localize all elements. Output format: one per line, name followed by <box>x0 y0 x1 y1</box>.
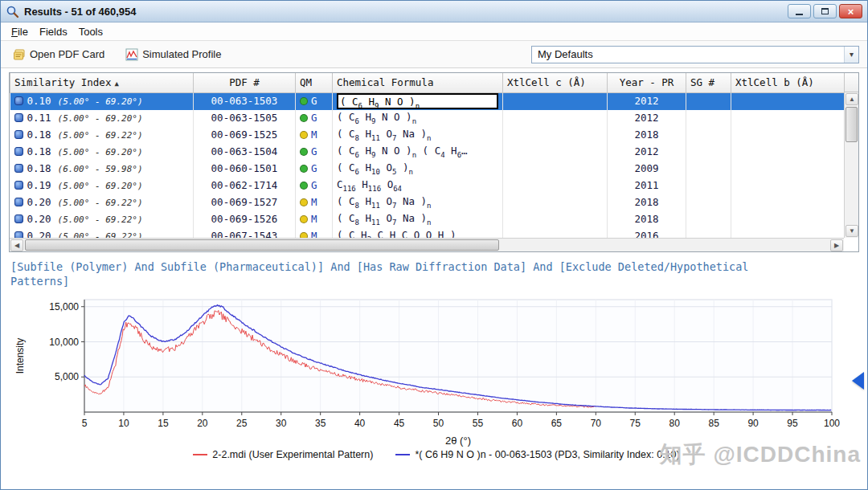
menu-fields[interactable]: Fields <box>34 24 73 39</box>
similarity-cell: 0.10(5.00° - 69.20°) <box>10 92 194 110</box>
formula-cell: ( C6 H9 N O )n <box>333 92 503 110</box>
simulated-profile-button[interactable]: Simulated Profile <box>121 45 225 64</box>
open-pdf-card-button[interactable]: Open PDF Card <box>9 45 108 64</box>
scroll-down-button[interactable]: ▼ <box>845 225 858 237</box>
year-cell: 2012 <box>608 144 686 161</box>
pattern-record-icon <box>14 231 23 239</box>
pdf-number-cell: 00-063-1505 <box>194 110 296 127</box>
header-sg-number[interactable]: SG # <box>686 73 731 92</box>
pdf-number-cell: 00-069-1525 <box>194 127 296 144</box>
pdf-number-cell: 00-062-1714 <box>194 178 296 194</box>
xtlcell-c-cell <box>503 161 608 178</box>
formula-cell: ( C8 H11 O7 Na )n <box>333 194 503 211</box>
formula-cell: C116 H116 O64 <box>333 178 503 194</box>
xtlcell-c-cell <box>503 144 608 161</box>
scroll-right-button[interactable]: ▶ <box>830 239 843 251</box>
xtlcell-c-cell <box>503 194 608 211</box>
qm-status-dot-icon <box>300 232 308 238</box>
qm-status-dot-icon <box>300 198 308 206</box>
qm-status-dot-icon <box>300 97 308 105</box>
sort-ascending-icon: ▲ <box>114 80 118 88</box>
vertical-scrollbar[interactable]: ▲ ▼ <box>844 92 858 238</box>
pattern-record-icon <box>14 96 23 105</box>
table-row[interactable]: 0.20(5.00° - 69.22°)00-069-1526M( C8 H11… <box>10 211 845 228</box>
search-criteria-text: [Subfile (Polymer) And Subfile (Pharmace… <box>10 259 758 288</box>
svg-text:40: 40 <box>354 418 366 429</box>
header-chemical-formula[interactable]: Chemical Formula <box>333 73 503 92</box>
xtlcell-c-cell <box>503 228 608 239</box>
svg-text:Intensity: Intensity <box>14 338 26 374</box>
formula-cell: ( C8 H11 O7 Na )n <box>333 211 503 228</box>
header-qm[interactable]: QM <box>296 73 333 92</box>
title-bar[interactable]: Results - 51 of 460,954 × <box>1 1 867 22</box>
pattern-record-icon <box>14 181 23 190</box>
svg-text:15,000: 15,000 <box>49 301 79 312</box>
table-row[interactable]: 0.20(5.00° - 69.22°)00-069-1527M( C8 H11… <box>10 194 845 211</box>
sg-cell <box>686 194 731 211</box>
svg-text:15: 15 <box>158 418 169 429</box>
similarity-cell: 0.18(5.00° - 69.20°) <box>10 144 194 161</box>
svg-text:10: 10 <box>118 418 129 429</box>
formula-cell: ( C6 H10 O5 )n <box>333 161 503 178</box>
svg-text:20: 20 <box>197 418 208 429</box>
svg-text:50: 50 <box>433 418 444 429</box>
header-xtlcell-b[interactable]: XtlCell b (Å) <box>731 73 845 92</box>
scroll-left-button[interactable]: ◀ <box>10 239 23 251</box>
qm-status-dot-icon <box>300 182 308 190</box>
table-row[interactable]: 0.19(5.00° - 69.20°)00-062-1714GC116 H11… <box>10 178 845 194</box>
table-row[interactable]: 0.20(5.00° - 69.22°)00-067-1543M( C H2 C… <box>10 228 845 239</box>
pdf-number-cell: 00-060-1501 <box>194 161 296 178</box>
xtlcell-c-cell <box>503 127 608 144</box>
qm-status-dot-icon <box>300 148 308 156</box>
menu-bar: File Fields Tools <box>1 22 867 41</box>
sg-cell <box>686 92 731 110</box>
vertical-scroll-thumb[interactable] <box>845 107 858 142</box>
pattern-record-icon <box>14 198 23 206</box>
year-cell: 2012 <box>608 92 686 110</box>
svg-text:2θ (°): 2θ (°) <box>445 435 471 447</box>
previous-pattern-arrow-icon[interactable] <box>852 372 864 390</box>
maximize-button[interactable] <box>813 4 837 18</box>
menu-file[interactable]: File <box>6 24 34 39</box>
header-pdf-number[interactable]: PDF # <box>194 73 296 92</box>
sg-cell <box>686 228 731 239</box>
legend-line-swatch <box>395 454 410 455</box>
xtlcell-b-cell <box>731 194 845 211</box>
svg-text:60: 60 <box>512 418 523 429</box>
xtlcell-b-cell <box>731 110 845 127</box>
chevron-down-icon[interactable]: ▾ <box>844 47 858 63</box>
header-year-pr[interactable]: Year - PR <box>608 73 686 92</box>
similarity-cell: 0.20(5.00° - 69.22°) <box>10 194 194 211</box>
legend-label: *( C6 H9 N O )n - 00-063-1503 (PD3, Simi… <box>415 449 679 460</box>
header-similarity-index[interactable]: Similarity Index▲ <box>10 73 194 92</box>
defaults-dropdown[interactable]: My Defaults ▾ <box>531 46 859 63</box>
formula-cell: ( C8 H11 O7 Na )n <box>333 127 503 144</box>
table-row[interactable]: 0.18(6.00° - 59.98°)00-060-1501G( C6 H10… <box>10 161 845 178</box>
close-button[interactable]: × <box>839 4 862 18</box>
year-cell: 2016 <box>608 228 686 239</box>
horizontal-scroll-thumb[interactable] <box>25 239 499 251</box>
table-header-row: Similarity Index▲ PDF # QM Chemical Form… <box>10 73 845 92</box>
scroll-up-button[interactable]: ▲ <box>845 93 858 105</box>
table-row[interactable]: 0.18(5.00° - 69.20°)00-063-1504G( C6 H9 … <box>10 144 845 161</box>
close-icon: × <box>848 6 854 18</box>
pattern-record-icon <box>14 113 23 122</box>
formula-cell: ( C6 H9 N O )n ( C4 H6… <box>333 144 503 161</box>
qm-status-dot-icon <box>300 215 308 223</box>
horizontal-scrollbar[interactable]: ◀ ▶ <box>10 238 844 251</box>
xtlcell-b-cell <box>731 178 845 194</box>
window-title: Results - 51 of 460,954 <box>24 6 136 18</box>
table-row[interactable]: 0.10(5.00° - 69.20°)00-063-1503G( C6 H9 … <box>10 92 845 110</box>
open-pdf-card-label: Open PDF Card <box>30 48 104 60</box>
table-row[interactable]: 0.18(5.00° - 69.22°)00-069-1525M( C8 H11… <box>10 127 845 144</box>
table-row[interactable]: 0.11(5.00° - 69.20°)00-063-1505G( C6 H9 … <box>10 110 845 127</box>
sg-cell <box>686 110 731 127</box>
profile-chart-icon <box>125 48 138 61</box>
minimize-button[interactable] <box>788 4 811 18</box>
svg-text:30: 30 <box>276 418 287 429</box>
qm-status-dot-icon <box>300 165 308 173</box>
results-table: Similarity Index▲ PDF # QM Chemical Form… <box>10 73 844 238</box>
header-xtlcell-c[interactable]: XtlCell c (Å) <box>503 73 608 92</box>
pdf-number-cell: 00-063-1504 <box>194 144 296 161</box>
menu-tools[interactable]: Tools <box>73 24 108 39</box>
